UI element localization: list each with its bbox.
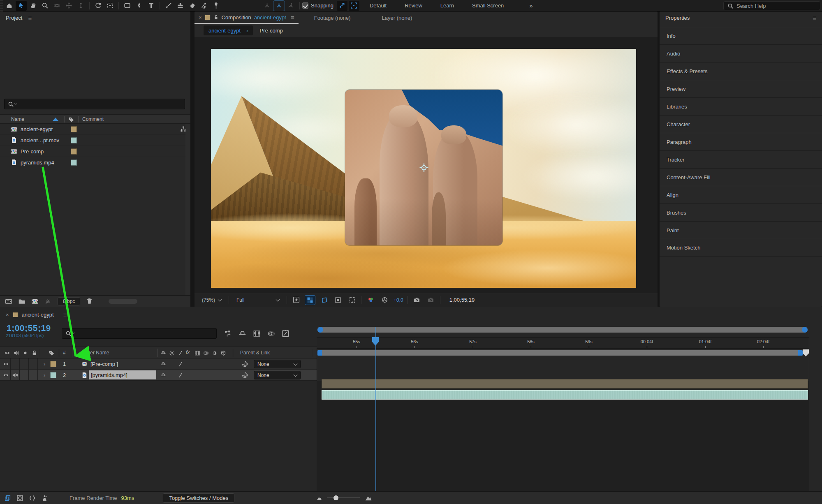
orbit-camera-tool-button[interactable] [51, 1, 63, 11]
timeline-zoom-knob[interactable] [333, 495, 338, 500]
unlock-icon[interactable] [213, 14, 219, 20]
solo-column-icon[interactable] [22, 350, 28, 356]
frame-blending-icon[interactable] [253, 330, 261, 338]
camera-tool-button[interactable] [104, 1, 116, 11]
show-snapshot-icon[interactable] [426, 296, 436, 305]
adjustment-layer-column-icon[interactable] [212, 350, 218, 356]
time-navigator-bar[interactable] [317, 327, 808, 333]
new-composition-icon[interactable] [31, 298, 39, 305]
panel-tab-brushes[interactable]: Brushes [660, 203, 822, 221]
layer-bar-pyramids-mp4[interactable] [322, 390, 808, 400]
quality-toggle-icon[interactable] [178, 361, 183, 367]
layer-expand-chevron[interactable]: › [44, 361, 45, 367]
world-axis-mode-button[interactable] [273, 1, 285, 11]
zoom-tool-button[interactable] [39, 1, 51, 11]
layer-audio-speaker-icon[interactable] [12, 372, 18, 378]
time-navigator-end-handle[interactable] [802, 327, 808, 333]
panel-tab-motion-sketch[interactable]: Motion Sketch [660, 239, 822, 257]
parent-dropdown[interactable]: None [254, 360, 301, 368]
frame-blend-column-icon[interactable] [195, 350, 200, 356]
work-area-start-handle[interactable] [317, 350, 322, 356]
panel-tab-preview[interactable]: Preview [660, 80, 822, 97]
zoom-in-mountain-icon[interactable] [365, 494, 372, 502]
roto-brush-tool-button[interactable] [199, 1, 210, 11]
hide-shy-layers-icon[interactable] [238, 330, 246, 338]
rounded-rectangle-tool-button[interactable] [122, 1, 133, 11]
effects-fx-column-icon[interactable]: fx [186, 349, 190, 355]
layer-name-column[interactable]: Layer Name [82, 350, 109, 356]
composition-frame[interactable] [211, 49, 636, 288]
quality-toggle-icon[interactable] [178, 372, 183, 378]
channel-rgb-icon[interactable] [366, 296, 375, 305]
panel-tab-libraries[interactable]: Libraries [660, 97, 822, 115]
timeline-zoom-slider[interactable] [327, 497, 360, 498]
layer-visibility-eye-icon[interactable] [3, 372, 9, 378]
expand-in-out-icon[interactable] [29, 495, 36, 502]
help-search-box[interactable]: Search Help [723, 1, 820, 10]
layer-audio-toggle[interactable] [11, 358, 20, 370]
video-visibility-column-icon[interactable] [4, 350, 10, 356]
panel-tab-tracker[interactable]: Tracker [660, 150, 822, 168]
project-panel-menu-icon[interactable]: ≡ [28, 14, 32, 21]
composition-mini-flowchart-icon[interactable] [224, 330, 232, 338]
guide-crop-icon[interactable] [347, 296, 357, 305]
snapping-checkbox[interactable] [302, 2, 308, 9]
workspace-tab-small-screen[interactable]: Small Screen [463, 2, 513, 9]
search-options-caret[interactable] [72, 331, 75, 334]
puppet-pin-tool-button[interactable] [211, 1, 222, 11]
take-snapshot-icon[interactable] [412, 296, 422, 305]
timeline-vertical-scrollbar[interactable] [809, 327, 822, 491]
project-item-ancient-egypt[interactable]: ancient-egypt [0, 124, 190, 135]
workspace-tab-review[interactable]: Review [396, 2, 431, 9]
expand-render-time-icon[interactable] [41, 495, 48, 502]
column-comment[interactable]: Comment [82, 116, 104, 122]
pan-camera-tool-button[interactable] [63, 1, 74, 11]
layer-anchor-point-icon[interactable] [419, 162, 429, 173]
label-color-swatch[interactable] [71, 148, 77, 155]
view-axis-mode-button[interactable] [285, 1, 296, 11]
mask-visibility-icon[interactable] [333, 296, 343, 305]
resolution-dropdown[interactable]: Full [233, 296, 282, 304]
close-icon[interactable]: × [6, 312, 9, 318]
workspace-tab-default[interactable]: Default [361, 2, 396, 9]
panel-tab-audio[interactable]: Audio [660, 44, 822, 62]
time-navigator-start-handle[interactable] [317, 327, 323, 333]
project-horizontal-scrollbar-thumb[interactable] [109, 299, 137, 304]
dolly-camera-tool-button[interactable] [75, 1, 86, 11]
panel-tab-align[interactable]: Align [660, 186, 822, 203]
timeline-search-input[interactable] [62, 328, 217, 339]
work-area-end-handle[interactable] [798, 350, 803, 356]
tab-composition[interactable]: × Composition ancient-egypt ≡ [195, 12, 299, 24]
project-vertical-scrollbar[interactable] [185, 124, 190, 295]
shy-toggle-icon[interactable] [160, 372, 166, 378]
layer-row-pyramids-mp4[interactable]: › 2 [pyramids.mp4] None [0, 370, 317, 381]
region-of-interest-icon[interactable] [319, 296, 329, 305]
audio-column-icon[interactable] [13, 350, 19, 356]
expand-layer-switches-icon[interactable] [4, 495, 11, 502]
project-item-pyramids-mp4[interactable]: pyramids.mp4 [0, 157, 190, 168]
magnification-dropdown[interactable]: (75%) [199, 296, 225, 304]
selection-tool-button[interactable] [16, 1, 27, 11]
tab-footage[interactable]: Footage (none) [299, 15, 366, 21]
motion-blur-icon[interactable] [267, 330, 275, 338]
layer-lock-toggle[interactable] [29, 358, 38, 370]
parent-link-column[interactable]: Parent & Link [240, 350, 270, 356]
parent-pick-whip-icon[interactable] [242, 372, 248, 378]
hand-tool-button[interactable] [28, 1, 39, 11]
layer-number-column[interactable]: # [63, 350, 66, 356]
panel-tab-info[interactable]: Info [660, 27, 822, 44]
timeline-menu-icon[interactable]: ≡ [63, 311, 67, 318]
panel-tab-character[interactable]: Character [660, 115, 822, 133]
exposure-value[interactable]: +0,0 [394, 297, 403, 303]
label-color-swatch[interactable] [71, 160, 77, 166]
layer-solo-toggle[interactable] [20, 358, 29, 370]
parent-pick-whip-icon[interactable] [242, 361, 248, 367]
layer-name[interactable]: [Pre-comp ] [90, 361, 118, 367]
collapse-transformations-column-icon[interactable] [169, 350, 175, 356]
render-engine-icon[interactable] [44, 298, 52, 305]
layer-row-pre-comp[interactable]: › 1 [Pre-comp ] None [0, 358, 317, 370]
work-area-bar[interactable] [317, 350, 803, 356]
workspace-overflow-button[interactable]: » [529, 2, 533, 9]
lock-column-icon[interactable] [31, 350, 37, 356]
properties-menu-icon[interactable]: ≡ [813, 14, 816, 21]
